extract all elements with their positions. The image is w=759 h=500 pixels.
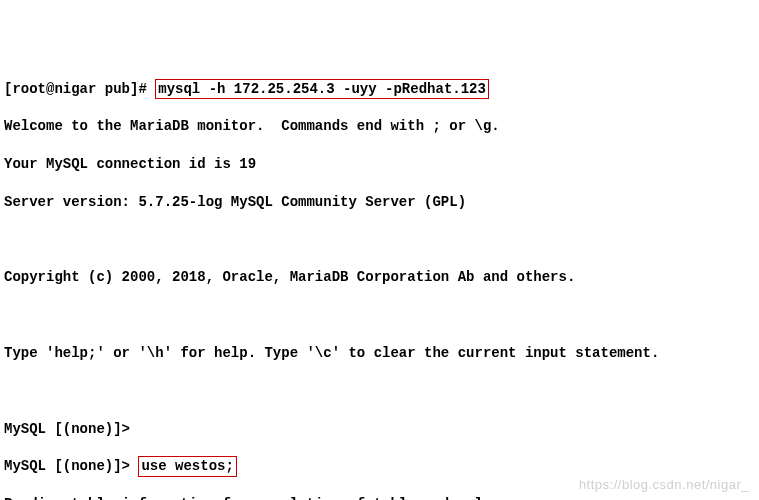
- sql-prompt-empty-1: MySQL [(none)]>: [4, 420, 755, 439]
- welcome-line-3: Server version: 5.7.25-log MySQL Communi…: [4, 193, 755, 212]
- welcome-line-2: Your MySQL connection id is 19: [4, 155, 755, 174]
- shell-prompt-line: [root@nigar pub]# mysql -h 172.25.254.3 …: [4, 80, 755, 99]
- blank-line-2: [4, 306, 755, 325]
- copyright-line: Copyright (c) 2000, 2018, Oracle, MariaD…: [4, 268, 755, 287]
- use-command: use westos;: [141, 458, 233, 474]
- sql-prompt-none: MySQL [(none)]>: [4, 458, 138, 474]
- help-line: Type 'help;' or '\h' for help. Type '\c'…: [4, 344, 755, 363]
- reading-line-1: Reading table information for completion…: [4, 495, 755, 500]
- sql-use-line: MySQL [(none)]> use westos;: [4, 457, 755, 476]
- mysql-command: mysql -h 172.25.254.3 -uyy -pRedhat.123: [158, 81, 486, 97]
- use-command-highlight: use westos;: [138, 456, 236, 477]
- mysql-command-highlight: mysql -h 172.25.254.3 -uyy -pRedhat.123: [155, 79, 489, 100]
- welcome-line-1: Welcome to the MariaDB monitor. Commands…: [4, 117, 755, 136]
- watermark-text: https://blog.csdn.net/nigar_: [579, 476, 749, 494]
- blank-line-3: [4, 382, 755, 401]
- shell-prompt: [root@nigar pub]#: [4, 81, 155, 97]
- blank-line-1: [4, 231, 755, 250]
